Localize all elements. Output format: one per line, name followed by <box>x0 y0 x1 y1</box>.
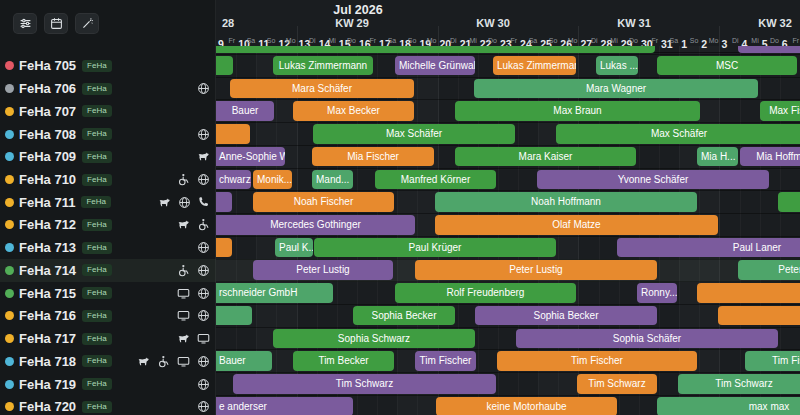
monitor-icon <box>177 287 190 300</box>
booking-bar[interactable]: chwarz <box>216 170 251 190</box>
booking-bar[interactable]: Mara Kaiser <box>455 147 636 167</box>
weekday-label: Mo <box>709 37 719 44</box>
room-row[interactable]: FeHa 710FeHa <box>0 168 216 191</box>
day-header[interactable]: Sa1 <box>679 34 687 48</box>
booking-bar[interactable]: Tim Schwarz <box>678 374 800 394</box>
room-row[interactable]: FeHa 718FeHa <box>0 350 216 373</box>
booking-bar[interactable]: e anderser <box>216 397 353 415</box>
room-row[interactable]: FeHa 708FeHa <box>0 123 216 146</box>
booking-bar[interactable]: Paul K... <box>275 238 313 258</box>
booking-bar[interactable]: Mara Wagner <box>474 79 758 99</box>
booking-bar[interactable]: Yvonne Schäfer <box>537 170 769 190</box>
magic-wand-button[interactable] <box>75 13 99 34</box>
booking-bar[interactable]: Mercedes Gothinger <box>216 215 415 235</box>
booking-bar[interactable] <box>718 306 800 326</box>
booking-bar[interactable]: Paul Laner <box>617 238 800 258</box>
day-header[interactable]: So2 <box>699 34 707 48</box>
booking-bar[interactable]: Ronny... <box>637 283 677 303</box>
booking-bar[interactable]: rschneider GmbH <box>216 283 333 303</box>
booking-bar[interactable] <box>697 283 800 303</box>
booking-bar[interactable]: Monik... <box>253 170 292 190</box>
booking-bar[interactable]: Mia Hoffm <box>740 147 800 167</box>
room-row[interactable]: FeHa 709FeHa <box>0 145 216 168</box>
booking-bar[interactable] <box>216 238 232 258</box>
booking-bar[interactable]: Tim Fischer <box>497 351 697 371</box>
booking-bar[interactable] <box>738 46 800 53</box>
room-row[interactable]: FeHa 713FeHa <box>0 236 216 259</box>
weekday-label: Di <box>591 37 598 44</box>
booking-bar[interactable]: Lukas Zimmermann <box>493 56 576 76</box>
calendar-icon <box>50 17 63 30</box>
booking-bar[interactable]: Rolf Freudenberg <box>395 283 576 303</box>
booking-bar[interactable]: Bauer <box>216 101 274 121</box>
booking-bar[interactable]: Mia H... <box>697 147 738 167</box>
room-row[interactable]: FeHa 716FeHa <box>0 305 216 328</box>
room-name: FeHa 708 <box>19 127 76 142</box>
room-row[interactable]: FeHa 706FeHa <box>0 77 216 100</box>
room-row[interactable]: FeHa 707FeHa <box>0 100 216 123</box>
booking-bar[interactable] <box>216 306 252 326</box>
booking-bar[interactable]: Lukas Zimmermann <box>273 56 373 76</box>
room-name: FeHa 716 <box>19 308 76 323</box>
room-feature-icons <box>177 264 210 277</box>
booking-bar[interactable]: Paul Krüger <box>314 238 556 258</box>
booking-bar[interactable]: Sophia Schäfer <box>516 329 778 349</box>
room-row[interactable]: FeHa 712FeHa <box>0 214 216 237</box>
booking-bar[interactable]: Olaf Matze <box>435 215 718 235</box>
room-row[interactable]: FeHa 714FeHa <box>0 259 216 282</box>
room-row[interactable]: FeHa 715FeHa <box>0 282 216 305</box>
booking-bar[interactable]: Max Braun <box>455 101 700 121</box>
booking-bar[interactable]: Tim Schwarz <box>577 374 657 394</box>
booking-bar[interactable]: Anne-Sophie Walt... <box>216 147 285 167</box>
filter-button[interactable] <box>13 13 37 34</box>
booking-bar[interactable] <box>216 192 232 212</box>
booking-bar[interactable]: keine Motorhaube <box>436 397 617 415</box>
booking-bar[interactable]: Sophia Schwarz <box>273 329 475 349</box>
booking-bar[interactable]: Tim Schwarz <box>233 374 496 394</box>
booking-bar[interactable]: MSC <box>657 56 797 76</box>
booking-bar[interactable]: max max <box>657 397 800 415</box>
room-name: FeHa 714 <box>19 263 76 278</box>
booking-bar[interactable] <box>216 46 655 53</box>
booking-bar[interactable]: Tim Fischer <box>415 351 476 371</box>
room-feature-icons <box>158 196 210 209</box>
room-row[interactable]: FeHa 705FeHa <box>0 55 216 78</box>
booking-bar[interactable]: Tim Fischer <box>745 351 800 371</box>
calendar-button[interactable] <box>44 13 68 34</box>
booking-bar[interactable]: Noah Fischer <box>253 192 394 212</box>
booking-bar[interactable]: Peter Lustig <box>415 260 657 280</box>
booking-bar[interactable] <box>778 192 800 212</box>
room-row[interactable]: FeHa 711FeHa <box>0 191 216 214</box>
booking-bar[interactable]: Tim Becker <box>293 351 394 371</box>
globe-icon <box>197 82 210 95</box>
booking-bar[interactable]: Peter Lustig <box>253 260 393 280</box>
booking-bar[interactable]: Bauer <box>216 351 272 371</box>
room-row[interactable]: FeHa 717FeHa <box>0 327 216 350</box>
weekday-label: Do <box>629 37 638 44</box>
room-row[interactable]: FeHa 720FeHa <box>0 395 216 415</box>
room-name: FeHa 709 <box>19 149 76 164</box>
booking-bar[interactable]: Lukas ... <box>596 56 638 76</box>
room-color-dot <box>5 289 14 298</box>
booking-bar[interactable] <box>216 124 250 144</box>
booking-bar[interactable]: Mia Fischer <box>312 147 434 167</box>
booking-bar[interactable]: Mara Schäfer <box>230 79 414 99</box>
booking-bar[interactable]: Max Schäfer <box>313 124 515 144</box>
room-color-dot <box>5 175 14 184</box>
room-row[interactable]: FeHa 719FeHa <box>0 373 216 396</box>
booking-bar[interactable]: Mand... <box>312 170 353 190</box>
room-tag: FeHa <box>82 151 112 163</box>
booking-bar[interactable]: Sophia Becker <box>353 306 455 326</box>
booking-bar[interactable] <box>216 56 233 76</box>
booking-bar[interactable]: Manfred Körner <box>375 170 496 190</box>
room-name: FeHa 707 <box>19 104 76 119</box>
booking-bar[interactable]: Michelle Grünwald <box>395 56 475 76</box>
day-header[interactable]: Mo3 <box>719 34 727 48</box>
booking-bar[interactable]: Sophia Becker <box>475 306 657 326</box>
booking-bar[interactable]: Max Fisch <box>760 101 800 121</box>
booking-bar[interactable]: Peter Lustig <box>738 260 800 280</box>
booking-bar[interactable]: Max Becker <box>293 101 414 121</box>
booking-bar[interactable]: Max Schäfer <box>556 124 800 144</box>
room-name: FeHa 705 <box>19 58 76 73</box>
booking-bar[interactable]: Noah Hoffmann <box>435 192 697 212</box>
